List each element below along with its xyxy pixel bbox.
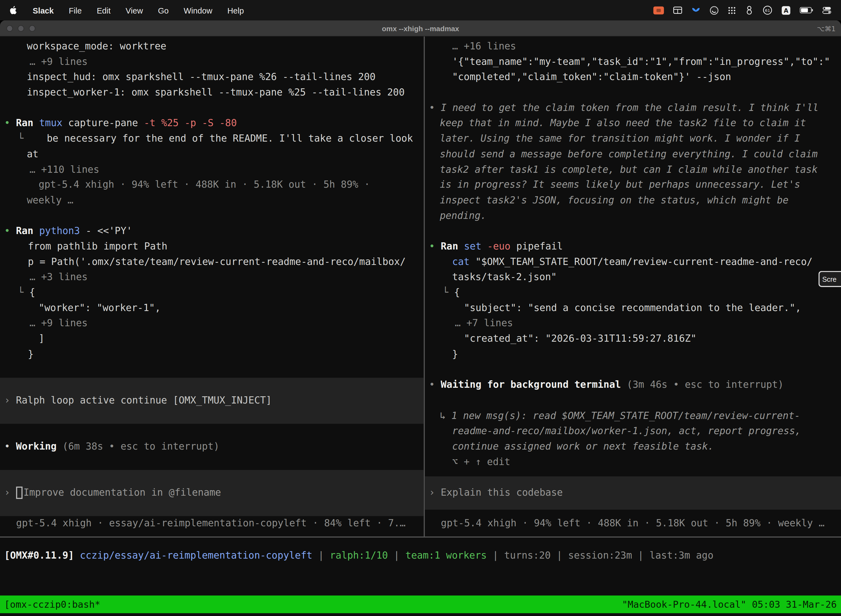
text-segment: ] <box>39 333 44 344</box>
control-center-icon[interactable] <box>822 4 831 16</box>
text-segment: | <box>312 550 330 561</box>
terminal-line: › Ralph loop active continue [OMX_TMUX_I… <box>0 393 424 408</box>
omx-statusline: [OMX#0.11.9] cczip/essay/ai-reimplementa… <box>4 548 714 563</box>
menu-item-window[interactable]: Window <box>184 6 212 15</box>
text-segment: "created_at": "2026-03-31T11:59:27.816Z" <box>464 333 696 344</box>
terminal-line: task2 after task1 is complete, but can I… <box>425 162 841 177</box>
text-segment: Working <box>16 440 57 452</box>
terminal-line: should send a message before completing … <box>425 146 841 162</box>
terminal-line: • Ran tmux capture-pane -t %25 -p -S -80 <box>0 116 424 131</box>
menu-item-go[interactable]: Go <box>158 6 168 15</box>
text-segment: └ <box>18 286 29 298</box>
pane-divider-horizontal[interactable] <box>0 537 841 538</box>
text-segment: inspect task2's JSON, focusing on the st… <box>440 194 788 205</box>
text-segment: • <box>4 440 16 452</box>
terminal-line <box>0 423 424 439</box>
text-segment: › <box>4 487 16 498</box>
screen-recording-indicator-icon[interactable] <box>653 4 664 16</box>
terminal-line: "subject": "send a concise recommendatio… <box>425 300 841 316</box>
text-segment: › <box>4 394 16 405</box>
text-segment: pending. <box>440 210 486 221</box>
terminal-line <box>425 469 841 485</box>
dots-grid-icon[interactable] <box>728 4 736 16</box>
text-segment: session:23m <box>568 550 632 561</box>
menu-item-file[interactable]: File <box>69 6 82 15</box>
terminal-line <box>425 85 841 100</box>
text-segment: gpt-5.4 xhigh · essay/ai-reimplementatio… <box>16 518 405 529</box>
text-segment: be necessary for the end of the README. … <box>47 132 413 144</box>
svg-text:A: A <box>784 7 788 14</box>
text-segment: Ran <box>16 117 34 129</box>
text-segment: gpt-5.4 xhigh · 94% left · 488K in · 5.1… <box>39 179 370 190</box>
text-segment: └ <box>442 286 454 298</box>
svg-text:61: 61 <box>765 8 770 13</box>
terminal-line: … +16 lines <box>425 39 841 54</box>
text-segment: • <box>429 102 441 113</box>
terminal-line: ] <box>0 331 424 346</box>
eight-loop-icon[interactable] <box>745 4 753 16</box>
desktop: Slack FileEditViewGoWindowHelp <box>0 0 841 616</box>
window-titlebar[interactable]: omx --xhigh --madmax ⌥⌘1 <box>0 21 841 37</box>
apple-menu[interactable] <box>10 4 18 16</box>
input-source-icon[interactable]: A <box>781 4 791 16</box>
text-segment: is in progress? It seems likely but perh… <box>440 179 800 190</box>
text-segment: weekly … <box>27 194 73 205</box>
text-segment: I need to get the claim token from the c… <box>441 102 818 113</box>
text-segment: … +9 lines <box>29 56 88 67</box>
text-segment: • <box>4 225 16 236</box>
terminal-line: pending. <box>425 208 841 223</box>
terminal-pane-left[interactable]: workspace_mode: worktree… +9 linesinspec… <box>0 37 424 537</box>
text-segment: } <box>452 348 458 359</box>
terminal-line <box>0 500 424 516</box>
terminal-line: • I need to get the claim token from the… <box>425 100 841 116</box>
text-segment <box>458 241 464 252</box>
apple-logo-icon <box>10 5 18 15</box>
text-segment: • <box>4 117 16 129</box>
battery-icon[interactable] <box>800 4 813 16</box>
terminal-line: at <box>0 146 424 162</box>
text-segment: python3 <box>39 225 80 236</box>
menu-item-edit[interactable]: Edit <box>97 6 111 15</box>
gauge-icon[interactable]: 61 <box>763 4 772 16</box>
text-segment: -euo <box>487 241 510 252</box>
terminal-line: keep that in mind. Maybe I also need the… <box>425 116 841 131</box>
text-segment: … +9 lines <box>29 317 88 329</box>
text-segment: … +16 lines <box>452 40 516 51</box>
terminal-line: … +3 lines <box>0 269 424 285</box>
menu-items: FileEditViewGoWindowHelp <box>69 6 244 15</box>
text-segment: } <box>28 348 34 359</box>
terminal-line: • Ran set -euo pipefail <box>425 239 841 254</box>
menu-item-help[interactable]: Help <box>227 6 244 15</box>
text-segment: (3m 46s • esc to interrupt) <box>621 379 784 390</box>
terminal-line: "created_at": "2026-03-31T11:59:27.816Z" <box>425 331 841 346</box>
tmux-session-window[interactable]: [omx-cczip0:bash* <box>4 599 100 610</box>
clipped-edge-popup[interactable]: Scre <box>818 271 841 287</box>
text-segment: └ <box>18 132 47 144</box>
text-segment: [OMX#0.11.9] <box>4 550 74 561</box>
text-segment: "worker": "worker-1", <box>39 302 161 313</box>
text-segment: keep that in mind. Maybe I also need the… <box>440 117 806 129</box>
terminal-line: gpt-5.4 xhigh · 94% left · 488K in · 5.1… <box>425 516 841 531</box>
text-segment: | <box>632 550 649 561</box>
text-segment: { <box>454 286 460 298</box>
tmux-host-clock: "MacBook-Pro-44.local" 05:03 31-Mar-26 <box>622 599 837 610</box>
terminal-line: ↳ 1 new msg(s): read $OMX_TEAM_STATE_ROO… <box>425 408 841 423</box>
text-segment: "completed","claim_token":"claim-token"}… <box>452 71 731 82</box>
menu-item-view[interactable]: View <box>126 6 143 15</box>
text-segment: readme-and-reco/mailbox/worker-1.json, a… <box>452 425 801 436</box>
text-segment: tmux <box>39 117 62 129</box>
terminal-pane-right[interactable]: … +16 lines'{"team_name":"my-team","task… <box>425 37 841 537</box>
window-title: omx --xhigh --madmax <box>0 21 841 37</box>
app-menus: Slack FileEditViewGoWindowHelp <box>10 4 244 16</box>
window-grid-icon[interactable] <box>673 4 682 16</box>
terminal-line <box>0 408 424 423</box>
terminal-line: • Ran python3 - <<'PY' <box>0 223 424 239</box>
active-app-name[interactable]: Slack <box>33 6 54 15</box>
text-segment: ralph:1/10 <box>330 550 388 561</box>
text-segment: -t %25 -p -S -80 <box>144 117 237 129</box>
blue-app-icon[interactable] <box>692 4 700 16</box>
dark-app-icon[interactable] <box>710 4 719 16</box>
terminal-line: } <box>0 346 424 362</box>
terminal-line: gpt-5.4 xhigh · essay/ai-reimplementatio… <box>0 516 424 531</box>
terminal-line <box>425 500 841 516</box>
